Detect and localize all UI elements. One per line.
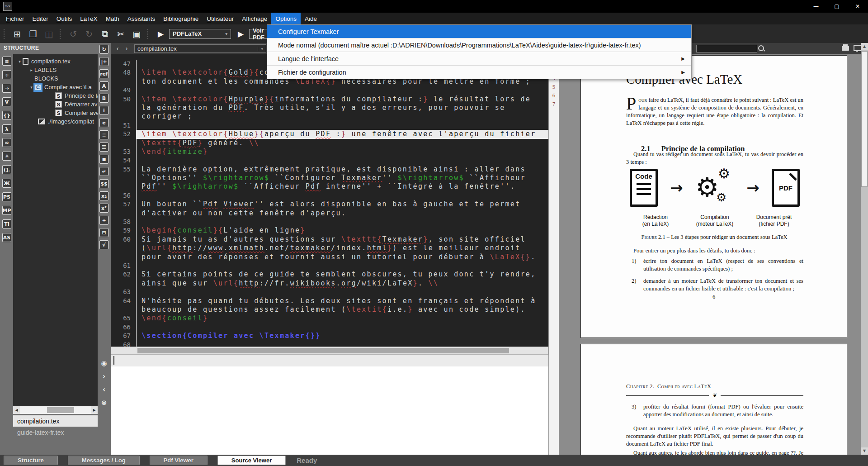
file-guide-latex-fr-tex[interactable]: guide-latex-fr.tex	[13, 427, 98, 438]
scroll-thumb[interactable]	[137, 348, 509, 353]
statusbar-tab-pdf-viewer[interactable]: Pdf Viewer	[150, 456, 208, 465]
structure-tab-icon[interactable]: ≡	[2, 57, 11, 66]
prev-error-icon[interactable]: ‹	[99, 385, 108, 394]
compile-command-select[interactable]: PDFLaTeX▾	[169, 29, 231, 39]
menu-utilisateur[interactable]: Utilisateur	[203, 13, 238, 24]
special-symbols-icon[interactable]: ✳	[2, 152, 11, 161]
tree-item-demarrer-av[interactable]: SDémarrer av	[13, 100, 98, 109]
misc-math-icon[interactable]: ∀	[2, 97, 11, 106]
stop-icon[interactable]: ⊗	[99, 398, 108, 407]
editor-hscrollbar[interactable]	[111, 347, 548, 355]
align-center-icon[interactable]: ☰	[99, 143, 108, 152]
menu-latex[interactable]: LaTeX	[76, 13, 101, 24]
editor-line[interactable]: ainsi que sur \url{http://fr.wikibooks.o…	[111, 279, 548, 288]
tikz-icon[interactable]: TI	[2, 219, 11, 228]
tree-item-compiler-avec-la[interactable]: ▾CCompiler avec \La	[13, 83, 98, 91]
menu-options[interactable]: Options	[271, 13, 301, 24]
structure-tree-hscrollbar[interactable]: ◀ ▶	[13, 406, 98, 414]
open-file-button[interactable]: ❒	[27, 28, 39, 40]
editor-line[interactable]: 57Un bouton ``Pdf Viewer'' est alors dis…	[111, 200, 548, 209]
page-list-item-6[interactable]: 6	[549, 92, 559, 100]
expander-right-icon[interactable]: ▸	[28, 68, 34, 72]
expander-down-icon[interactable]: ▾	[28, 85, 34, 90]
source-editor[interactable]: 4748\item \textcolor{Gold}{codton docume…	[111, 54, 548, 355]
align-right-icon[interactable]: ≡	[99, 155, 108, 164]
new-file-button[interactable]: ⊞	[11, 28, 23, 40]
frac-icon[interactable]: ÷	[99, 216, 108, 225]
scroll-left-icon[interactable]: ◀	[13, 406, 20, 414]
editor-line[interactable]: \texttt{PDF} généré. \\	[111, 139, 548, 147]
copy-button[interactable]: ⧉	[99, 28, 111, 40]
open-file-select[interactable]: compilation.tex ▾	[134, 44, 266, 53]
page-list-item-7[interactable]: 7	[549, 100, 559, 109]
scroll-thumb[interactable]	[861, 51, 868, 187]
menu-editer[interactable]: Editer	[28, 13, 52, 24]
log-input-line[interactable]	[111, 355, 548, 366]
run-compile-button[interactable]: ▶	[155, 29, 165, 39]
menu-affichage[interactable]: Affichage	[238, 13, 271, 24]
pdf-vscrollbar[interactable]: ▲ ▼	[861, 43, 868, 455]
greek-letters-icon[interactable]: λ	[2, 124, 11, 133]
editor-line[interactable]: 60Si jamais tu as d'autres questions sur…	[111, 235, 548, 244]
statusbar-tab-source-viewer[interactable]: Source Viewer	[217, 456, 286, 465]
scroll-up-icon[interactable]: ▲	[861, 43, 868, 50]
menu-outils[interactable]: Outils	[52, 13, 76, 24]
statusbar-tab-structure[interactable]: Structure	[4, 456, 58, 465]
menu-aide[interactable]: Aide	[301, 13, 321, 24]
scroll-right-icon[interactable]: ▶	[91, 406, 98, 414]
menu-item-langue-de-l-interface[interactable]: Langue de l'interface▶	[267, 52, 691, 65]
misc-symbols-icon[interactable]: ∞	[2, 138, 11, 147]
ref-icon[interactable]: ref	[99, 69, 108, 78]
relation-symbols-icon[interactable]: ÷	[2, 70, 11, 79]
editor-line[interactable]: Pdf'' $\rightarrow$ ``Afficheur Pdf inte…	[111, 182, 548, 191]
editor-line[interactable]: 64N'hésite pas quand tu débutes. Les deu…	[111, 297, 548, 305]
arrow-symbols-icon[interactable]: ⇒	[2, 84, 11, 93]
dfrac-icon[interactable]: ⊟	[99, 228, 108, 237]
editor-line[interactable]: 65\end{conseil}	[111, 314, 548, 323]
editor-line[interactable]: 63	[111, 288, 548, 296]
editor-line[interactable]: (\url{http://www.xmlmath.net/texmaker/in…	[111, 244, 548, 252]
cut-button[interactable]: ✂	[115, 28, 127, 40]
print-icon[interactable]	[842, 46, 849, 51]
editor-line[interactable]: corriger ;	[111, 112, 548, 121]
nav-forward-button[interactable]: ›	[123, 44, 131, 52]
refresh-structure-icon[interactable]: ↻	[99, 45, 108, 54]
editor-line[interactable]: 56	[111, 191, 548, 200]
editor-line[interactable]: 50\item \textcolor{Hpurple}{informations…	[111, 95, 548, 104]
editor-line[interactable]: 59\begin{conseil}{L'aide en ligne}	[111, 226, 548, 235]
show-log-icon[interactable]: ◉	[99, 359, 108, 368]
align-left-icon[interactable]: ≡	[99, 130, 108, 139]
tree-item-images-compilat[interactable]: ./Images/compilat	[13, 117, 98, 126]
scroll-track[interactable]	[20, 406, 91, 414]
editor-line[interactable]: 67\section{Compiler avec \Texmaker{}}	[111, 332, 548, 340]
emphasis-icon[interactable]: e	[99, 118, 108, 127]
run-view-button[interactable]: ▶	[235, 29, 245, 39]
scroll-thumb[interactable]	[47, 407, 74, 413]
editor-line[interactable]: 55La dernière option, extrêmement pratiq…	[111, 165, 548, 174]
brackets-icon[interactable]: (].	[2, 165, 11, 174]
subscript-icon[interactable]: x₂	[99, 191, 108, 200]
menu-assistants[interactable]: Assistants	[123, 13, 160, 24]
insert-item-icon[interactable]: |+	[99, 57, 108, 66]
editor-line[interactable]: d'activer ou non cette fenêtre d'aperçu.	[111, 209, 548, 218]
editor-line[interactable]: 62Si certains points de ce guide te semb…	[111, 270, 548, 279]
editor-line[interactable]: 54	[111, 156, 548, 165]
newline-icon[interactable]: ↵	[99, 167, 108, 176]
editor-line[interactable]: 51	[111, 121, 548, 130]
editor-line[interactable]: 52\item \textcolor{Hblue}{aperçu du PDF …	[111, 130, 548, 138]
menu-fichier[interactable]: Fichier	[2, 13, 28, 24]
editor-line[interactable]: beaucoup de questions assez facilement (…	[111, 305, 548, 314]
asymptote-icon[interactable]: AS	[2, 233, 11, 242]
tree-item-principe-de-la[interactable]: SPrincipe de la	[13, 91, 98, 100]
maximize-button[interactable]: ▢	[826, 0, 847, 13]
page-list-item-5[interactable]: 5	[549, 83, 559, 92]
next-error-icon[interactable]: ›	[99, 372, 108, 381]
menu-item-fichier-de-configuration[interactable]: Fichier de configuration▶	[267, 65, 691, 79]
menu-math[interactable]: Math	[102, 13, 123, 24]
math-mode-icon[interactable]: $$	[99, 179, 108, 188]
statusbar-tab-messages-log[interactable]: Messages / Log	[68, 456, 140, 465]
minimize-button[interactable]: —	[806, 0, 826, 13]
editor-line[interactable]: ``Options'' $\rightarrow$ ``Configurer T…	[111, 174, 548, 182]
menu-item-mode-normal-document-maitre-actuel-d-adr[interactable]: Mode normal (document maître actuel :D:\…	[267, 38, 691, 52]
metapost-icon[interactable]: MP	[2, 206, 11, 215]
